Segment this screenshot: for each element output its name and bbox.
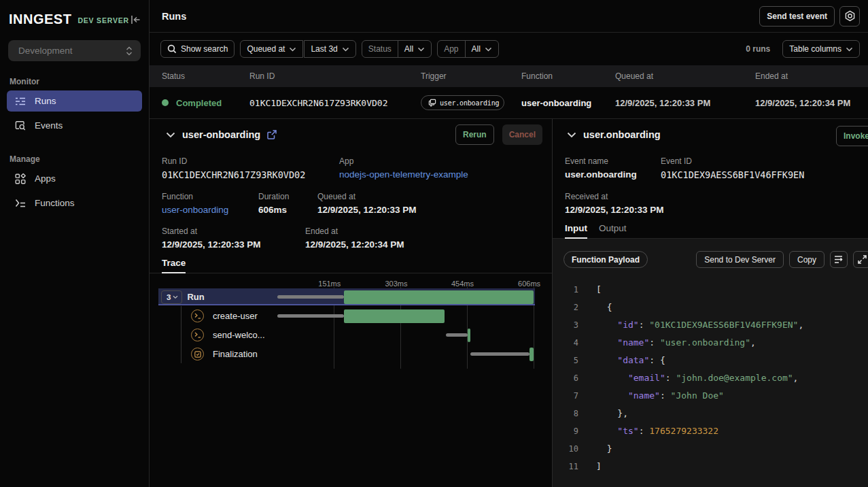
trace-row-create-user[interactable]: create-user [150,307,536,324]
line-number: 5 [553,352,578,369]
nav-section-label-manage: Manage [0,154,149,164]
chevron-down-icon [173,295,178,299]
run-meta-started-at: Started at12/9/2025, 12:20:33 PM [162,226,305,250]
trace-row-label: send-welco... [150,326,277,343]
span-count-expander[interactable]: 3 [161,290,182,304]
trigger-pill[interactable]: user.onboarding [421,95,504,110]
column-header-ended-at: Ended at [755,71,868,81]
chevron-down-icon [289,47,296,52]
status-filter-dropdown[interactable]: All [398,41,431,57]
event-meta-event-name: Event nameuser.onboarding [565,156,661,180]
sidebar-item-runs[interactable]: Runs [7,90,142,112]
sidebar-item-functions[interactable]: Functions [7,192,142,214]
filter-bar: Show search Queued at Last 3d Status All… [150,33,868,65]
code-line: 1[ [553,281,868,299]
event-meta-row: Received at12/9/2025, 12:20:33 PM [565,192,856,215]
event-meta: Event nameuser.onboardingEvent ID01KC1DE… [553,148,868,215]
code-text: "ts": 1765279233322 [578,422,718,440]
code-text: "name": "user.onboarding", [578,334,756,352]
copy-button[interactable]: Copy [789,251,824,268]
meta-label: Function [162,192,258,201]
function-cell: user-onboarding [521,98,615,108]
meta-value: 12/9/2025, 12:20:33 PM [162,239,305,250]
table-row[interactable]: Completed01KC1DEXCHR2N617Z93RK0VD02user.… [150,87,868,119]
run-meta-row: Functionuser-onboardingDuration606msQueu… [162,192,540,215]
trace-span-name: Finalization [213,349,258,359]
code-line: 6 "email": "john.doe@example.com", [553,369,868,387]
meta-label: Received at [565,192,664,201]
trace-row-run[interactable]: 3Run [150,288,536,305]
expand-icon [858,255,867,264]
code-line: 4 "name": "user.onboarding", [553,334,868,352]
rerun-button[interactable]: Rerun [455,124,494,145]
apps-icon [15,173,26,184]
table-columns-dropdown[interactable]: Table columns [782,40,860,58]
tab-trace[interactable]: Trace [162,258,186,273]
run-meta-function: Functionuser-onboarding [162,192,258,215]
app-filter-value: All [472,44,481,54]
time-range-value: Last 3d [311,44,337,54]
chevron-down-icon[interactable] [166,132,175,138]
inngest-logo: INNGEST [9,12,71,26]
line-number: 3 [553,316,578,334]
payload-toolbar: Function Payload Send to Dev Server Copy [553,239,868,268]
run-status: Completed [162,98,249,108]
tab-output[interactable]: Output [599,223,627,238]
invoke-button[interactable]: Invoke [836,126,868,146]
search-icon [167,44,177,54]
environment-select-value: Development [18,46,73,56]
run-meta-row: Run ID01KC1DEXCHR2N617Z93RK0VD02Appnodej… [162,156,540,180]
trace-span-name: Run [187,292,204,302]
sidebar: INNGEST DEV SERVER Development MonitorRu… [0,0,150,487]
chevron-down-icon[interactable] [567,132,576,138]
meta-label: Queued at [317,192,417,201]
settings-button[interactable] [839,6,860,27]
tab-input[interactable]: Input [565,223,587,238]
code-line: 8 }, [553,405,868,422]
status-filter-group: Status All [362,40,432,58]
run-panel-actions: Rerun Cancel [455,124,542,145]
app-filter-group: App All [437,40,499,58]
runs-count: 0 runs [746,44,770,54]
cancel-button[interactable]: Cancel [502,124,542,145]
show-search-button[interactable]: Show search [160,40,235,58]
nav-section-label-monitor: Monitor [0,77,149,86]
events-icon [15,120,26,131]
status-completed-dot-icon [162,99,169,106]
meta-link-value[interactable]: nodejs-open-telemetry-example [339,169,468,180]
gear-icon [844,10,856,22]
line-number: 8 [553,405,578,422]
send-test-event-button[interactable]: Send test event [759,6,835,27]
run-meta-app: Appnodejs-open-telemetry-example [339,156,468,180]
sidebar-item-events[interactable]: Events [7,115,142,136]
trace-row-label: Finalization [150,346,277,363]
sidebar-item-apps[interactable]: Apps [7,168,142,189]
terminal-icon [191,309,204,322]
collapse-sidebar-icon[interactable] [131,15,141,24]
code-line: 10 } [553,440,868,458]
run-meta-row: Started at12/9/2025, 12:20:33 PMEnded at… [162,226,540,250]
line-number: 4 [553,334,578,352]
trace-row-send-welco-[interactable]: send-welco... [150,326,536,343]
app-filter-dropdown[interactable]: All [466,41,498,57]
event-panel-header: user.onboarding Invoke [553,121,868,148]
external-link-icon[interactable] [267,130,277,139]
time-range-dropdown[interactable]: Last 3d [304,40,355,58]
meta-link-value[interactable]: user-onboarding [162,205,258,215]
time-filter-group: Queued at Last 3d [240,40,355,58]
chevron-down-icon [342,47,349,52]
event-title: user.onboarding [583,129,661,140]
time-field-dropdown[interactable]: Queued at [240,40,303,58]
delay-bar [446,333,468,337]
word-wrap-button[interactable] [830,251,848,268]
trace-row-finalization[interactable]: Finalization [150,346,536,363]
send-to-dev-server-button[interactable]: Send to Dev Server [696,251,784,268]
trace-bars [277,307,536,324]
logo-row: INNGEST DEV SERVER [0,0,149,26]
environment-select[interactable]: Development [8,40,141,61]
expand-button[interactable] [853,251,868,268]
meta-label: Ended at [305,226,404,236]
details-split: user-onboarding Rerun Cancel Run ID01KC1… [150,119,868,487]
exec-bar [344,309,445,323]
app-filter-label: App [438,41,464,57]
